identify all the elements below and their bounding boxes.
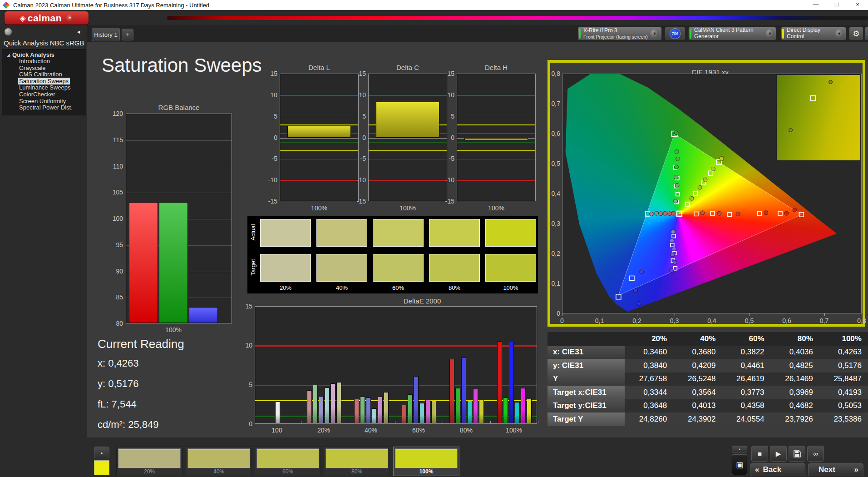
yellow-limit-line <box>255 400 537 402</box>
deltae-bar <box>313 385 318 423</box>
gridline <box>126 193 232 193</box>
save-button[interactable] <box>789 446 805 462</box>
cie-x-tick-label: 0,3 <box>670 317 679 324</box>
cie-y-tick-label: 0,1 <box>552 280 560 287</box>
display-status-accent <box>782 29 784 39</box>
y-tick-label: 100 <box>113 215 123 222</box>
deltae-bar <box>325 388 330 423</box>
target-swatch-60% <box>373 254 424 282</box>
chevron-down-icon[interactable]: ▼ <box>766 29 774 38</box>
close-icon[interactable]: × <box>847 0 868 10</box>
table-cell: 27,6758 <box>625 374 673 383</box>
cie-x-tick-label: 0,1 <box>595 317 604 324</box>
window-title: Calman 2023 Calman Ultimate for Business… <box>13 2 209 9</box>
pattern-window-button[interactable]: ▣ <box>732 454 747 475</box>
inset-target-square <box>810 95 816 101</box>
sidebar-item-introduction[interactable]: Introduction <box>2 58 86 65</box>
table-row-label: Target x:CIE31 <box>547 386 625 399</box>
deltaC-plot <box>368 74 447 201</box>
source-status-accent <box>690 29 691 39</box>
table-cell: 0,4825 <box>771 361 819 370</box>
table-row: Target Y24,826024,390224,055423,792623,5… <box>547 412 868 426</box>
sidebar-item-spectral-power-dist-[interactable]: Spectral Power Dist. <box>2 104 86 111</box>
table-cell: 0,3564 <box>673 388 722 397</box>
deltaH-title: Delta H <box>485 64 508 71</box>
meter-name: X-Rite i1Pro 3 <box>583 28 648 34</box>
pattern-options-button[interactable]: ▴ <box>94 447 109 458</box>
deltaL-title: Delta L <box>308 64 330 71</box>
play-button[interactable]: ▶ <box>770 446 787 462</box>
cie-zoom-inset <box>776 75 861 161</box>
tree-root[interactable]: ◢ Quick Analysis <box>2 51 86 58</box>
next-button[interactable]: Next » <box>808 463 863 476</box>
meter-mode: Front Projector (facing screen) <box>583 34 648 40</box>
sidebar-item-luminance-sweeps[interactable]: Luminance Sweeps <box>2 84 86 91</box>
deltae-bar <box>419 403 424 423</box>
sidebar-item-saturation-sweeps[interactable]: Saturation Sweeps <box>2 78 86 85</box>
y-tick-label: 110 <box>113 163 123 170</box>
sidebar: ◄ Quick Analysis NBC sRGB ◢ Quick Analys… <box>0 25 87 477</box>
pattern-swatch <box>187 448 250 468</box>
table-header-cell: 100% <box>819 334 868 343</box>
workflow-sphere-icon[interactable] <box>5 28 12 35</box>
deltaH-bar <box>464 138 528 141</box>
table-cell: 26,5248 <box>673 374 722 383</box>
chevron-down-icon[interactable]: ▾ <box>66 15 74 22</box>
app-icon <box>3 1 10 9</box>
pattern-source-dropdown[interactable]: CalMAN Client 3 Pattern Generator ▼ <box>688 27 776 40</box>
gear-icon[interactable]: ⚙ <box>849 27 863 40</box>
meter-sync-badge-wrap[interactable]: 706 <box>665 27 686 40</box>
cie-x-tick-label: 0 <box>560 317 564 324</box>
meter-dropdown[interactable]: X-Rite i1Pro 3 Front Projector (facing s… <box>577 27 662 40</box>
controls-collapse-button[interactable]: ▴ <box>732 446 747 452</box>
chevron-down-icon[interactable]: ▼ <box>835 29 843 38</box>
page-title: Saturation Sweeps <box>102 55 262 76</box>
pattern-button-60%[interactable]: 60% <box>255 447 321 476</box>
y-tick-label: 80 <box>116 320 123 327</box>
sidebar-collapse-icon[interactable]: ◄ <box>74 28 83 35</box>
cie-y-tick-label: 0,4 <box>552 190 560 197</box>
x-tick-label: 100% <box>311 204 327 212</box>
maximize-icon[interactable]: □ <box>826 0 847 10</box>
target-swatch-40% <box>316 254 367 282</box>
table-cell: 25,8487 <box>819 374 868 383</box>
rgb-bar-blue <box>189 307 218 323</box>
deltae-bar <box>527 399 532 423</box>
chevron-down-icon[interactable]: ▼ <box>650 29 659 38</box>
y-tick-label: 0 <box>451 134 454 141</box>
tab-history-1[interactable]: History 1 <box>92 28 120 41</box>
rgb-balance-title: RGB Balance <box>158 104 200 111</box>
stop-button[interactable]: ■ <box>751 446 768 462</box>
cie-x-tick <box>862 313 862 316</box>
pattern-button-40%[interactable]: 40% <box>186 447 252 476</box>
table-row: y: CIE310,38400,42090,44610,48250,5176 <box>547 359 868 373</box>
red-limit-line <box>280 95 358 96</box>
actual-swatch-40% <box>316 219 367 247</box>
back-button[interactable]: « Back <box>750 463 805 476</box>
panel-collapse-icon[interactable]: ◄ <box>864 27 868 40</box>
sidebar-item-colorchecker[interactable]: ColorChecker <box>2 91 86 98</box>
sidebar-item-screen-uniformity[interactable]: Screen Uniformity <box>2 98 86 105</box>
y-tick-label: 15 <box>245 303 252 310</box>
chevron-left-icon: « <box>755 465 759 474</box>
calman-menu-button[interactable]: ◈ calman ▾ <box>5 11 89 25</box>
pattern-button-100%[interactable]: 100% <box>393 447 459 476</box>
y-tick-label: 95 <box>116 241 123 248</box>
x-tick-label: 100 <box>271 427 282 434</box>
minimize-icon[interactable]: — <box>805 0 826 10</box>
deltae-bar <box>467 401 472 423</box>
deltaC-bar <box>376 102 439 138</box>
sidebar-item-grayscale[interactable]: Grayscale <box>2 65 86 72</box>
table-cell: 0,4036 <box>771 348 819 357</box>
sidebar-item-cms-calibration[interactable]: CMS Calibration <box>2 71 86 78</box>
table-cell: 0,3840 <box>625 361 673 370</box>
pattern-button-80%[interactable]: 80% <box>324 447 390 476</box>
swatch-col-label: 20% <box>280 284 291 291</box>
tree-expander-icon[interactable]: ◢ <box>7 52 10 59</box>
reading-y: y: 0,5176 <box>98 378 184 390</box>
loop-button[interactable]: ∞ <box>807 446 824 462</box>
display-control-dropdown[interactable]: Direct Display Control ▼ <box>781 27 846 40</box>
add-tab-button[interactable]: + <box>122 29 133 40</box>
pattern-button-20%[interactable]: 20% <box>116 447 182 476</box>
target-swatch-20% <box>260 254 311 282</box>
